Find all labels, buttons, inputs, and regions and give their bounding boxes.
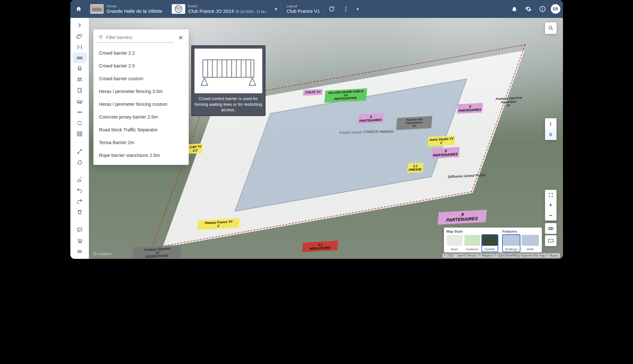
- barrier-option[interactable]: Heras / perimeter fencing 3.5m: [93, 85, 189, 98]
- panel-toggle-button[interactable]: [73, 20, 87, 30]
- label-charlie-parker: CHARLIE PARKER: [363, 130, 394, 134]
- svg-point-7: [345, 9, 346, 10]
- svg-point-19: [80, 102, 81, 103]
- zone-megastore[interactable]: 4.1MEGASTORE: [302, 241, 338, 252]
- barrier-option[interactable]: Concrete jersey barrier 2.5m: [93, 111, 189, 123]
- zone-partenaires-north[interactable]: 9PARTENAIRES: [358, 113, 384, 124]
- mapbox-logo: ⓜ mapbox: [93, 252, 113, 256]
- map-style-option[interactable]: Basic: [447, 235, 463, 252]
- redo-button[interactable]: [73, 196, 87, 206]
- svg-point-8: [345, 10, 346, 11]
- line-tool[interactable]: [73, 146, 87, 157]
- people-tool[interactable]: [73, 74, 87, 85]
- undo-button[interactable]: [73, 185, 87, 196]
- zone-partenaires-ne[interactable]: 9PARTENAIRES: [457, 103, 483, 114]
- zone-presse[interactable]: 2.1PRESSE: [407, 163, 423, 173]
- door-tool[interactable]: [73, 85, 87, 96]
- barrier-option[interactable]: Crowd barrier custom: [93, 72, 189, 85]
- svg-point-14: [80, 78, 81, 79]
- svg-rect-44: [548, 239, 553, 242]
- floor-switcher: 10: [545, 118, 557, 140]
- zone-tool[interactable]: [73, 118, 87, 128]
- floor-button[interactable]: 1: [545, 118, 557, 129]
- info-button[interactable]: [537, 3, 548, 15]
- zone-pavillon[interactable]: Pavillon des Federations10: [396, 116, 432, 130]
- search-button[interactable]: [545, 22, 557, 34]
- svg-line-41: [551, 29, 553, 30]
- attach-tool[interactable]: [73, 31, 87, 41]
- filter-input-wrapper[interactable]: [97, 33, 174, 43]
- map-style-heading: Map Style: [447, 229, 498, 233]
- map-feature-option[interactable]: Walls: [521, 235, 539, 252]
- map-controls: + −: [545, 190, 557, 221]
- search-icon: [548, 25, 554, 31]
- zone-village[interactable]: VILLAGE GRAND PUBLIC3.4RESTAURATION: [324, 89, 367, 103]
- zoom-in-button[interactable]: +: [545, 200, 557, 210]
- view-2d-button[interactable]: [545, 235, 557, 246]
- barrier-tool[interactable]: [73, 53, 87, 63]
- delete-button[interactable]: [73, 207, 87, 217]
- notifications-button[interactable]: [509, 3, 520, 15]
- map-style-option[interactable]: Satellite: [482, 235, 498, 252]
- eraser-tool[interactable]: [73, 174, 87, 185]
- event-label: Event: [188, 4, 269, 8]
- barrier-tooltip: Crowd control barrier is used for formin…: [191, 45, 265, 116]
- map-attribution: © 2022 · Sword Venue | © Mapbox © OpenSt…: [443, 253, 560, 258]
- layout-dropdown-button[interactable]: ▾: [354, 4, 361, 14]
- svg-point-42: [548, 227, 553, 230]
- venue-thumb: [90, 4, 104, 14]
- barrier-option[interactable]: Crowd barrier 2.5: [93, 59, 189, 72]
- svg-point-6: [345, 7, 346, 8]
- event-name: Club France JO 2024: [188, 8, 234, 14]
- zoom-out-button[interactable]: −: [545, 210, 557, 221]
- assets-tool[interactable]: [73, 129, 87, 139]
- layout-selector[interactable]: Layout Club France V1: [283, 3, 323, 15]
- measure-tool[interactable]: [73, 107, 87, 117]
- home-button[interactable]: [73, 3, 84, 15]
- venue-label: Venue: [107, 4, 162, 8]
- chair-tool[interactable]: [73, 64, 87, 74]
- layers-button[interactable]: [73, 246, 87, 257]
- zone-pratique-e[interactable]: Pratique SportiveAquatique10: [492, 94, 525, 109]
- barrier-option[interactable]: Rope barrier stanchions 2.5m: [93, 149, 189, 162]
- cart-button[interactable]: [73, 236, 87, 246]
- zone-studio[interactable]: Autre Studio TV2: [427, 136, 455, 146]
- barrier-option[interactable]: Road block Traffic Separator: [93, 123, 189, 136]
- layout-name: Club France V1: [287, 8, 320, 14]
- settings-button[interactable]: [523, 3, 534, 15]
- view-3d-button[interactable]: [545, 223, 557, 234]
- vehicle-tool[interactable]: [73, 96, 87, 106]
- map-feature-option[interactable]: Buildings: [502, 235, 520, 252]
- filter-input[interactable]: [106, 35, 173, 40]
- svg-point-13: [78, 78, 79, 79]
- zone-partenaires-east[interactable]: 9PARTENAIRES: [431, 147, 460, 159]
- barrier-option[interactable]: Tensa Barrier 2m: [93, 136, 189, 149]
- polygon-tool[interactable]: [73, 157, 87, 167]
- fullscreen-button[interactable]: [545, 190, 557, 200]
- svg-point-5: [177, 9, 179, 11]
- close-panel-button[interactable]: [176, 33, 186, 43]
- venue-name: Grande Halle de la Villette: [107, 8, 162, 14]
- venue-selector[interactable]: Venue Grande Halle de la Villette: [87, 3, 166, 15]
- bracket-tool[interactable]: [73, 42, 87, 52]
- svg-point-2: [175, 5, 182, 12]
- user-avatar[interactable]: EB: [551, 4, 560, 14]
- zone-federations[interactable]: Pratique Sportive10FEDERATIONS: [132, 245, 182, 259]
- map-style-option[interactable]: Outdoors: [464, 235, 480, 252]
- features-heading: Features: [502, 229, 539, 233]
- svg-point-18: [78, 102, 79, 103]
- more-button[interactable]: [340, 3, 352, 15]
- zone-car-tv[interactable]: CAR TV2.2: [187, 143, 203, 154]
- svg-rect-17: [77, 101, 82, 102]
- barrier-option[interactable]: Crowd barrier 2.2: [93, 47, 189, 59]
- refresh-button[interactable]: [326, 3, 337, 15]
- svg-rect-21: [80, 132, 82, 133]
- svg-point-40: [549, 26, 552, 29]
- comment-button[interactable]: [73, 225, 87, 235]
- floor-button[interactable]: 0: [545, 129, 557, 140]
- event-selector[interactable]: Event Club France JO 202426 Jul 2024 - 1…: [169, 3, 281, 15]
- barrier-option[interactable]: Heras / perimeter fencing custom: [93, 98, 189, 111]
- zone-partenaires-south[interactable]: 9PARTENAIRES: [438, 210, 487, 225]
- zone-coloc[interactable]: COLOC 3.4: [303, 89, 323, 96]
- svg-rect-22: [77, 135, 79, 136]
